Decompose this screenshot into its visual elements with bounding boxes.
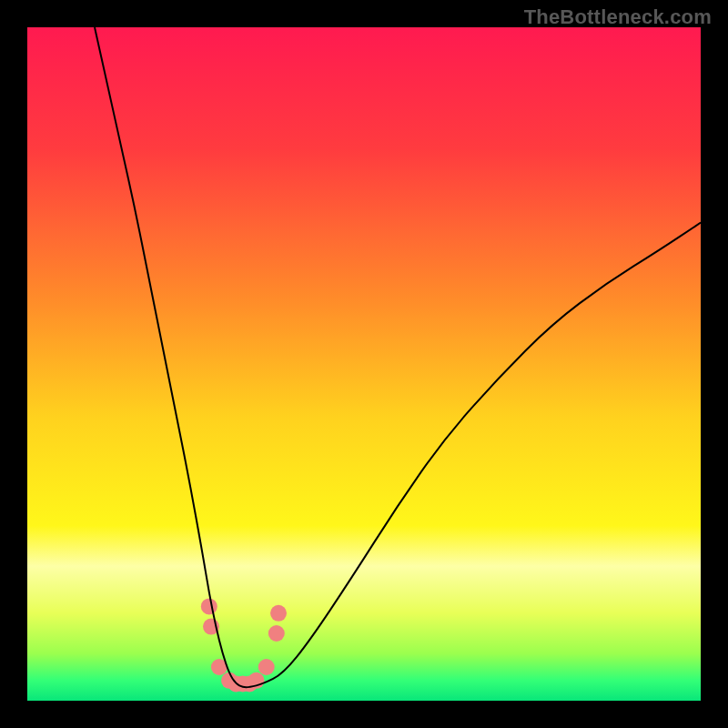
plot-area (27, 27, 701, 701)
bottleneck-curve (95, 27, 701, 687)
curve-layer (27, 27, 701, 701)
marker-dot (201, 598, 217, 614)
marker-dot (270, 605, 287, 622)
watermark-text: TheBottleneck.com (524, 5, 712, 29)
chart-frame: TheBottleneck.com (0, 0, 728, 728)
marker-dot (258, 659, 275, 675)
marker-dot (268, 625, 285, 642)
